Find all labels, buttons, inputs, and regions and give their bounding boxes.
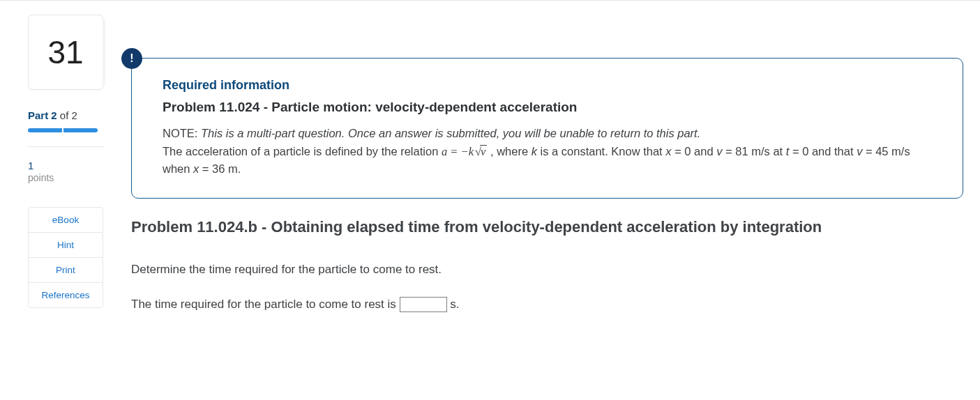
answer-unit: s. bbox=[450, 298, 459, 311]
part-prefix: Part bbox=[28, 109, 51, 121]
main-content: ! Required information Problem 11.024 - … bbox=[131, 15, 963, 324]
sidebar-divider bbox=[28, 146, 105, 147]
question-number-card[interactable]: 31 bbox=[28, 15, 103, 90]
answer-line: The time required for the particle to co… bbox=[131, 297, 963, 312]
problem-note: NOTE: This is a multi-part question. Onc… bbox=[163, 125, 932, 178]
part-total: 2 bbox=[72, 109, 77, 121]
eq-sqrt: √v bbox=[474, 143, 487, 161]
eq-k: k bbox=[469, 145, 474, 158]
eq-equals: = bbox=[447, 145, 460, 158]
answer-input[interactable] bbox=[400, 297, 447, 312]
sidebar: 31 Part 2 of 2 1 points eBook Hint Print… bbox=[28, 15, 112, 324]
relation-post1: , where bbox=[487, 145, 531, 157]
relation-t0: = 0 and that bbox=[789, 145, 857, 157]
subproblem-title: Problem 11.024.b - Obtaining elapsed tim… bbox=[131, 218, 963, 236]
note-italic: This is a multi-part question. Once an a… bbox=[201, 127, 700, 139]
points-value: 1 bbox=[28, 160, 112, 172]
part-indicator: Part 2 of 2 bbox=[28, 109, 112, 121]
points-label: points bbox=[28, 172, 112, 183]
relation-pre: The acceleration of a particle is define… bbox=[163, 145, 442, 157]
eq-radicand: v bbox=[480, 145, 487, 157]
question-number: 31 bbox=[47, 33, 83, 71]
page-wrap: 31 Part 2 of 2 1 points eBook Hint Print… bbox=[0, 1, 980, 352]
subproblem-prompt: Determine the time required for the part… bbox=[131, 260, 963, 279]
problem-title: Problem 11.024 - Particle motion: veloci… bbox=[163, 100, 932, 115]
required-info-card: ! Required information Problem 11.024 - … bbox=[131, 58, 963, 199]
eq-neg: − bbox=[461, 145, 469, 158]
alert-icon: ! bbox=[121, 48, 142, 69]
references-link[interactable]: References bbox=[29, 283, 103, 307]
answer-pre: The time required for the particle to co… bbox=[131, 298, 400, 311]
relation-x: x bbox=[665, 145, 671, 157]
ebook-link[interactable]: eBook bbox=[29, 208, 103, 233]
note-prefix: NOTE: bbox=[163, 127, 201, 139]
required-information-heading: Required information bbox=[163, 78, 932, 93]
relation-k: k bbox=[532, 145, 537, 157]
resource-list: eBook Hint Print References bbox=[28, 207, 103, 308]
alert-icon-glyph: ! bbox=[130, 52, 133, 65]
relation-post2: is a constant. Know that bbox=[537, 145, 665, 157]
part-current: 2 bbox=[51, 109, 56, 121]
part-progress-bar bbox=[28, 128, 98, 132]
relation-eq0: = 0 and bbox=[672, 145, 717, 157]
eq-a: a bbox=[442, 145, 447, 158]
part-of-word: of bbox=[57, 109, 72, 121]
relation-x36: = 36 m. bbox=[199, 162, 241, 175]
hint-link[interactable]: Hint bbox=[29, 233, 103, 258]
print-link[interactable]: Print bbox=[29, 258, 103, 283]
relation-v81: = 81 m/s at bbox=[722, 145, 785, 157]
